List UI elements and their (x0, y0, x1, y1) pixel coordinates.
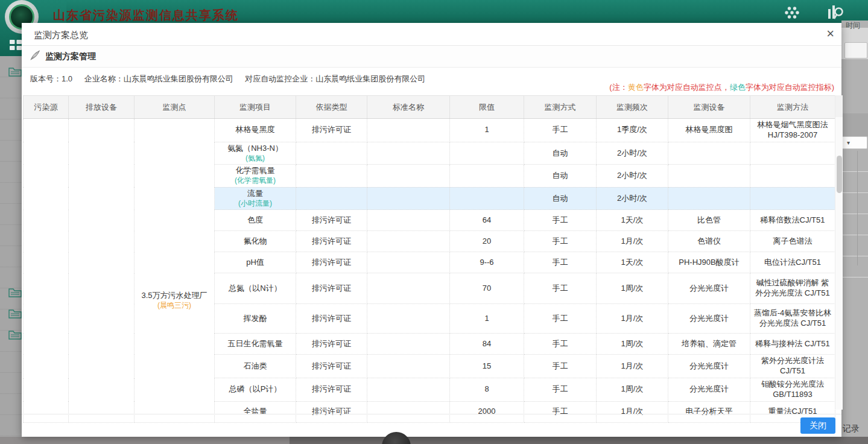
version-text: 版本号：1.0 (30, 74, 72, 83)
cell-basis: 排污许可证 (296, 231, 367, 252)
cell-basis: 排污许可证 (296, 378, 367, 402)
cell-frequency: 1季度/次 (597, 119, 668, 142)
column-header: 监测项目 (215, 96, 296, 119)
cell-device: 比色管 (668, 210, 750, 231)
query-stats-icon[interactable] (826, 4, 844, 24)
cell-limit: 9--6 (450, 252, 524, 273)
app-title: 山东省污染源监测信息共享系统 (53, 7, 239, 24)
background-footer-bar (0, 437, 290, 444)
cell-frequency: 1天/次 (597, 210, 668, 231)
cell-standard (367, 165, 450, 187)
cell-method (750, 165, 835, 187)
cell-mode: 手工 (524, 355, 597, 378)
cell-standard (367, 231, 450, 252)
cell-method (750, 142, 835, 164)
cell-mode: 自动 (524, 187, 597, 209)
column-header: 限值 (450, 96, 524, 119)
cell-device: PH-HJ90B酸度计 (668, 252, 750, 273)
cell-frequency: 2小时/次 (597, 142, 668, 164)
cell-frequency: 1天/次 (597, 252, 668, 273)
folder-icon[interactable] (8, 308, 22, 322)
cell-method: 电位计法CJ/T51 (750, 252, 835, 273)
background-record-label: 记录 (843, 423, 860, 434)
folder-icon[interactable] (8, 329, 22, 343)
column-header: 排放设备 (69, 96, 135, 119)
dialog-footer: 关闭 (22, 414, 841, 437)
cell-device: 色谱仪 (668, 231, 750, 252)
scrollbar-header-cap (835, 95, 843, 117)
cell-limit: 1 (450, 304, 524, 334)
cell-device: 培养箱、滴定管 (668, 334, 750, 355)
cell-basis: 排污许可证 (296, 119, 367, 142)
cell-basis: 排污许可证 (296, 355, 367, 378)
cell-device: 分光光度计 (668, 355, 750, 378)
cell-mode: 手工 (524, 119, 597, 142)
cell-standard (367, 252, 450, 273)
monitor-point-alias: (晨鸣三污) (137, 301, 212, 311)
cell-method: 蒸馏后-4氨基安替比林 分光光度法 CJ/T51 (750, 304, 835, 334)
cell-device (668, 187, 750, 209)
background-footer-bar-dark (290, 437, 868, 444)
cell-mode: 手工 (524, 378, 597, 402)
cell-item: 五日生化需氧量 (215, 334, 296, 355)
folder-icon[interactable] (8, 287, 22, 300)
background-content-edge: ▾ 记录 (841, 21, 868, 444)
cell-frequency: 2小时/次 (597, 165, 668, 187)
cell-standard (367, 273, 450, 304)
cell-limit (450, 187, 524, 209)
background-toolbar-button[interactable] (844, 42, 867, 59)
close-icon[interactable]: × (826, 27, 834, 41)
note-part: 字体为对应自动监控指标) (746, 83, 834, 92)
cell-standard (367, 355, 450, 378)
cell-item: 林格曼黑度 (215, 119, 296, 142)
cell-discharge-device (69, 119, 135, 423)
cell-mode: 手工 (524, 210, 597, 231)
cell-device (668, 165, 750, 187)
cell-frequency: 2小时/次 (597, 187, 668, 209)
cell-frequency: 1周/次 (597, 378, 668, 402)
cell-standard (367, 378, 450, 402)
scrollbar-thumb[interactable] (837, 156, 842, 193)
cell-basis: 排污许可证 (296, 252, 367, 273)
cell-basis: 排污许可证 (296, 273, 367, 304)
close-button[interactable]: 关闭 (800, 417, 835, 434)
cell-device: 分光光度计 (668, 304, 750, 334)
column-header: 污染源 (24, 96, 69, 119)
table-scrollbar[interactable] (835, 95, 843, 410)
monitoring-plan-table: 污染源 排放设备 监测点 监测项目 依据类型 标准名称 限值 监测方式 监测频次… (23, 95, 835, 423)
cell-method: 离子色谱法 (750, 231, 835, 252)
background-table-header (841, 113, 868, 136)
cell-item: 总氮（以N计） (215, 273, 296, 304)
cell-frequency: 1周/次 (597, 334, 668, 355)
cell-standard (367, 119, 450, 142)
cell-frequency: 1月/次 (597, 355, 668, 378)
cell-mode: 手工 (524, 252, 597, 273)
cell-monitor-point: 3.5万方污水处理厂 (晨鸣三污) (135, 119, 215, 423)
apps-grid-icon[interactable] (784, 5, 800, 23)
cell-limit (450, 142, 524, 164)
company-text: 企业名称：山东晨鸣纸业集团股份有限公司 (84, 74, 233, 83)
folder-icon[interactable] (8, 66, 22, 80)
chevron-down-icon: ▾ (847, 139, 850, 146)
plan-meta: 版本号：1.0 企业名称：山东晨鸣纸业集团股份有限公司 对应自动监控企业：山东晨… (30, 74, 435, 84)
table-row[interactable]: 3.5万方污水处理厂 (晨鸣三污) 林格曼黑度 排污许可证 1 手工 1季度/次… (24, 119, 835, 142)
table-header-row: 污染源 排放设备 监测点 监测项目 依据类型 标准名称 限值 监测方式 监测频次… (24, 96, 835, 119)
column-header: 标准名称 (367, 96, 450, 119)
cell-method: 碱性过硫酸钾消解 紫外分光光度法 CJ/T51 (750, 273, 835, 304)
cell-frequency: 1周/次 (597, 273, 668, 304)
monitor-point-name: 3.5万方污水处理厂 (137, 291, 212, 301)
background-table-gridline (857, 151, 858, 265)
cell-limit: 20 (450, 231, 524, 252)
cell-basis (296, 142, 367, 164)
cell-item: 氟化物 (215, 231, 296, 252)
cell-mode: 手工 (524, 304, 597, 334)
dashboard-grid-icon[interactable] (10, 40, 22, 52)
cell-limit: 15 (450, 355, 524, 378)
cell-mode: 自动 (524, 165, 597, 187)
background-dropdown[interactable]: ▾ (841, 136, 867, 149)
cell-limit: 64 (450, 210, 524, 231)
cell-method (750, 187, 835, 209)
section-title: 监测方案管理 (45, 51, 96, 62)
cell-device: 分光光度计 (668, 378, 750, 402)
time-label: 时间 (846, 21, 860, 31)
